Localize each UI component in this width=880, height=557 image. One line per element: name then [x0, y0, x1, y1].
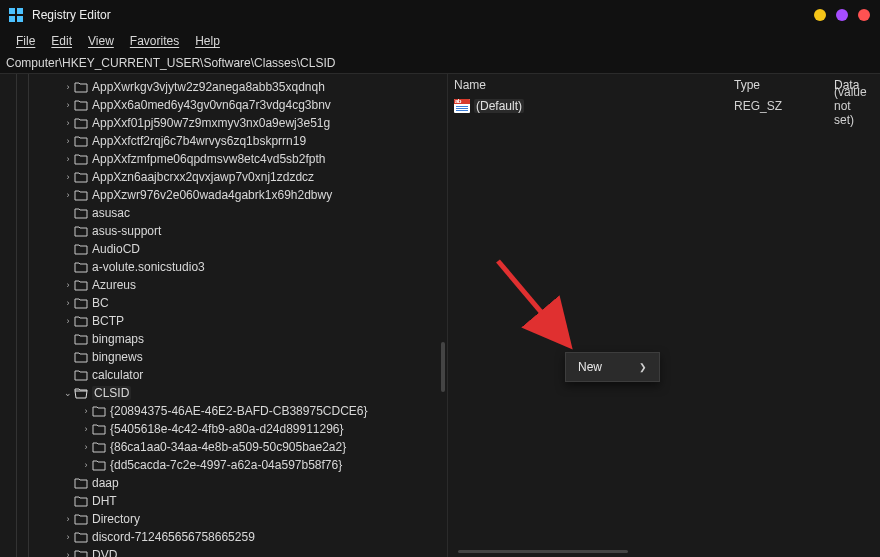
- tree-node[interactable]: asusac: [32, 204, 447, 222]
- chevron-right-icon[interactable]: ›: [62, 136, 74, 146]
- tree-node[interactable]: ›BC: [32, 294, 447, 312]
- value-row[interactable]: ab(Default)REG_SZ(value not set): [448, 96, 880, 116]
- tree-node-label: daap: [92, 476, 119, 490]
- tree-node[interactable]: AudioCD: [32, 240, 447, 258]
- chevron-right-icon[interactable]: ›: [80, 442, 92, 452]
- value-type: REG_SZ: [728, 99, 828, 113]
- folder-icon: [74, 136, 88, 147]
- tree-node[interactable]: a-volute.sonicstudio3: [32, 258, 447, 276]
- menu-favorites[interactable]: Favorites: [122, 32, 187, 50]
- chevron-right-icon[interactable]: ›: [80, 406, 92, 416]
- context-menu-new[interactable]: New ❯: [566, 353, 659, 381]
- folder-icon: [74, 298, 88, 309]
- column-name[interactable]: Name: [448, 78, 728, 92]
- folder-icon: [74, 244, 88, 255]
- folder-icon: [74, 190, 88, 201]
- tree-node[interactable]: ›AppXzwr976v2e060wada4gabrk1x69h2dbwy: [32, 186, 447, 204]
- window-dot-yellow[interactable]: [814, 9, 826, 21]
- tree-node[interactable]: ›{86ca1aa0-34aa-4e8b-a509-50c905bae2a2}: [32, 438, 447, 456]
- values-header: Name Type Data: [448, 74, 880, 96]
- window-dot-purple[interactable]: [836, 9, 848, 21]
- chevron-right-icon[interactable]: ›: [62, 172, 74, 182]
- tree-node[interactable]: calculator: [32, 366, 447, 384]
- tree-node-label: a-volute.sonicstudio3: [92, 260, 205, 274]
- tree-node-label: BCTP: [92, 314, 124, 328]
- chevron-right-icon[interactable]: ›: [62, 82, 74, 92]
- chevron-right-icon[interactable]: ›: [62, 190, 74, 200]
- chevron-right-icon[interactable]: ›: [62, 100, 74, 110]
- tree-node[interactable]: ›Directory: [32, 510, 447, 528]
- tree-node[interactable]: ›{5405618e-4c42-4fb9-a80a-d24d89911296}: [32, 420, 447, 438]
- tree-node-label: {20894375-46AE-46E2-BAFD-CB38975CDCE6}: [110, 404, 368, 418]
- tree-node[interactable]: ›{dd5cacda-7c2e-4997-a62a-04a597b58f76}: [32, 456, 447, 474]
- chevron-down-icon[interactable]: ⌄: [62, 388, 74, 398]
- address-text: Computer\HKEY_CURRENT_USER\Software\Clas…: [6, 56, 335, 70]
- tree-node[interactable]: ›BCTP: [32, 312, 447, 330]
- tree-gutter: [0, 74, 32, 557]
- window-dot-red[interactable]: [858, 9, 870, 21]
- chevron-right-icon[interactable]: ›: [62, 154, 74, 164]
- tree-node-label: AppXzwr976v2e060wada4gabrk1x69h2dbwy: [92, 188, 332, 202]
- chevron-right-icon[interactable]: ›: [62, 532, 74, 542]
- tree-node[interactable]: bingnews: [32, 348, 447, 366]
- folder-icon: [74, 100, 88, 111]
- tree-node[interactable]: daap: [32, 474, 447, 492]
- tree-node[interactable]: asus-support: [32, 222, 447, 240]
- main-split: ›AppXwrkgv3vjytw2z92anega8abb35xqdnqh›Ap…: [0, 74, 880, 557]
- tree-node[interactable]: ›AppXwrkgv3vjytw2z92anega8abb35xqdnqh: [32, 78, 447, 96]
- address-bar[interactable]: Computer\HKEY_CURRENT_USER\Software\Clas…: [0, 52, 880, 74]
- tree-scrollbar-thumb[interactable]: [441, 342, 445, 392]
- tree-node[interactable]: ›discord-712465656758665259: [32, 528, 447, 546]
- registry-tree[interactable]: ›AppXwrkgv3vjytw2z92anega8abb35xqdnqh›Ap…: [32, 74, 447, 557]
- tree-node-label: AppXxfzmfpme06qpdmsvw8etc4vd5sb2fpth: [92, 152, 325, 166]
- menu-bar: File Edit View Favorites Help: [0, 30, 880, 52]
- title-bar: Registry Editor: [0, 0, 880, 30]
- value-data: (value not set): [828, 85, 880, 127]
- rpanel-scrollbar-thumb[interactable]: [458, 550, 628, 553]
- chevron-right-icon[interactable]: ›: [62, 118, 74, 128]
- tree-node[interactable]: ›AppXx6a0med6y43gv0vn6qa7r3vdg4cg3bnv: [32, 96, 447, 114]
- tree-node[interactable]: ›AppXxfzmfpme06qpdmsvw8etc4vd5sb2fpth: [32, 150, 447, 168]
- folder-icon: [74, 316, 88, 327]
- tree-node-label: AppXxf01pj590w7z9mxmyv3nx0a9ewj3e51g: [92, 116, 330, 130]
- menu-view[interactable]: View: [80, 32, 122, 50]
- annotation-arrow: [493, 256, 583, 356]
- tree-node[interactable]: ›AppXxf01pj590w7z9mxmyv3nx0a9ewj3e51g: [32, 114, 447, 132]
- chevron-right-icon[interactable]: ›: [62, 550, 74, 557]
- chevron-right-icon[interactable]: ›: [62, 280, 74, 290]
- chevron-right-icon[interactable]: ›: [62, 316, 74, 326]
- folder-icon: [74, 262, 88, 273]
- value-name-cell: ab(Default): [448, 99, 728, 113]
- tree-node[interactable]: ›AppXzn6aajbcrxx2qvxjawp7v0xnj1zdzdcz: [32, 168, 447, 186]
- reg-string-icon: ab: [454, 99, 470, 113]
- tree-node-label: {dd5cacda-7c2e-4997-a62a-04a597b58f76}: [110, 458, 342, 472]
- tree-node[interactable]: bingmaps: [32, 330, 447, 348]
- menu-file[interactable]: File: [8, 32, 43, 50]
- chevron-right-icon[interactable]: ›: [62, 514, 74, 524]
- chevron-right-icon[interactable]: ›: [62, 298, 74, 308]
- menu-edit[interactable]: Edit: [43, 32, 80, 50]
- tree-node[interactable]: DHT: [32, 492, 447, 510]
- menu-help[interactable]: Help: [187, 32, 228, 50]
- tree-node[interactable]: ›{20894375-46AE-46E2-BAFD-CB38975CDCE6}: [32, 402, 447, 420]
- folder-icon: [92, 424, 106, 435]
- tree-node-label: discord-712465656758665259: [92, 530, 255, 544]
- tree-node-label: {86ca1aa0-34aa-4e8b-a509-50c905bae2a2}: [110, 440, 346, 454]
- tree-node-label: BC: [92, 296, 109, 310]
- context-menu-new-label: New: [578, 360, 602, 374]
- tree-node[interactable]: ›Azureus: [32, 276, 447, 294]
- tree-node-label: AppXx6a0med6y43gv0vn6qa7r3vdg4cg3bnv: [92, 98, 331, 112]
- chevron-right-icon[interactable]: ›: [80, 460, 92, 470]
- folder-icon: [92, 406, 106, 417]
- folder-icon: [74, 280, 88, 291]
- tree-node[interactable]: ›DVD: [32, 546, 447, 557]
- column-type[interactable]: Type: [728, 78, 828, 92]
- folder-icon: [74, 334, 88, 345]
- folder-icon: [74, 370, 88, 381]
- context-menu: New ❯: [565, 352, 660, 382]
- tree-panel: ›AppXwrkgv3vjytw2z92anega8abb35xqdnqh›Ap…: [0, 74, 448, 557]
- tree-node[interactable]: ⌄CLSID: [32, 384, 447, 402]
- tree-node[interactable]: ›AppXxfctf2rqj6c7b4wrvys6zq1bskprrn19: [32, 132, 447, 150]
- folder-icon: [92, 442, 106, 453]
- chevron-right-icon[interactable]: ›: [80, 424, 92, 434]
